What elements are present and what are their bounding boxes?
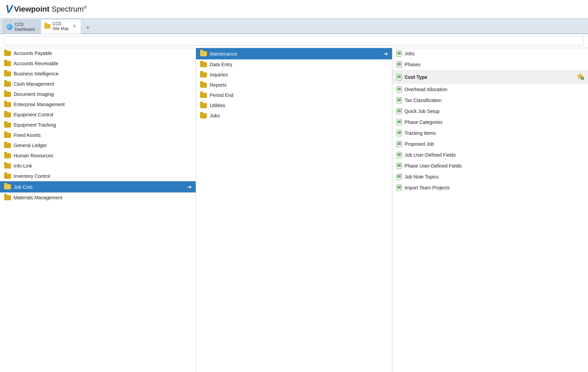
- tab-ccd-sitemap[interactable]: CCD Site Map ✕: [41, 19, 81, 34]
- item-label-business-intelligence: Business Intelligence: [14, 71, 59, 76]
- list-item-tax-classification[interactable]: Tax Classification: [392, 95, 588, 106]
- item-label-materials-management: Materials Management: [14, 195, 62, 200]
- arrow-icon: ➔: [187, 184, 192, 190]
- item-label-phase-user-defined-fields: Phase User-Defined Fields: [405, 163, 462, 169]
- list-item-general-ledger[interactable]: General Ledger: [0, 140, 196, 151]
- folder-icon: [44, 24, 51, 29]
- folder-icon: [200, 113, 207, 118]
- tabs-bar: CCD Dashboard CCD Site Map ✕ +: [0, 19, 588, 34]
- doc-icon: [396, 163, 402, 169]
- column-right: JobsPhasesCost Type+Overhead AllocationT…: [392, 48, 588, 372]
- list-item-tracking-items[interactable]: Tracking Items: [392, 128, 588, 139]
- folder-icon: [4, 143, 11, 148]
- folder-icon: [4, 51, 11, 56]
- list-item-document-imaging[interactable]: Document Imaging: [0, 89, 196, 99]
- item-label-jobs: Jobs: [210, 113, 220, 118]
- tab-close-icon[interactable]: ✕: [73, 24, 76, 29]
- item-label-human-resources: Human Resources: [14, 153, 53, 158]
- list-item-quick-job-setup[interactable]: Quick Job Setup: [392, 106, 588, 117]
- list-item-utilities[interactable]: Utilities: [196, 100, 392, 111]
- search-bar: [0, 34, 588, 48]
- list-item-cash-management[interactable]: Cash Management: [0, 79, 196, 89]
- item-label-tax-classification: Tax Classification: [405, 98, 442, 103]
- item-label-tracking-items: Tracking Items: [405, 130, 436, 136]
- item-label-inventory-control: Inventory Control: [14, 173, 50, 179]
- folder-icon: [4, 184, 11, 189]
- item-label-utilities: Utilities: [210, 103, 225, 108]
- list-item-import-team-projects[interactable]: Import Team Projects: [392, 182, 588, 193]
- list-item-phase-categories[interactable]: Phase Categories: [392, 117, 588, 128]
- folder-icon: [4, 133, 11, 138]
- list-item-proposed-job[interactable]: Proposed Job: [392, 139, 588, 149]
- list-item-fixed-assets[interactable]: Fixed Assets: [0, 130, 196, 140]
- item-label-reports: Reports: [210, 82, 226, 88]
- item-label-phase-categories: Phase Categories: [405, 119, 443, 125]
- list-item-business-intelligence[interactable]: Business Intelligence: [0, 69, 196, 79]
- item-label-quick-job-setup: Quick Job Setup: [405, 109, 440, 114]
- folder-icon: [200, 62, 207, 67]
- doc-icon: [396, 174, 402, 180]
- app-header: V Viewpoint Spectrum®: [0, 0, 588, 19]
- list-item-job-user-defined-fields[interactable]: Job User-Defined Fields: [392, 149, 588, 160]
- item-label-jobs-item: Jobs: [405, 51, 415, 56]
- item-label-cash-management: Cash Management: [14, 81, 54, 87]
- svg-text:+: +: [582, 77, 583, 80]
- search-input[interactable]: [4, 36, 584, 46]
- list-item-overhead-allocation[interactable]: Overhead Allocation: [392, 84, 588, 95]
- doc-icon: [396, 61, 402, 68]
- tab-ccd-dashboard[interactable]: CCD Dashboard: [3, 20, 40, 34]
- list-item-jobs-item[interactable]: Jobs: [392, 48, 588, 59]
- folder-icon: [4, 123, 11, 128]
- list-item-phase-user-defined-fields[interactable]: Phase User-Defined Fields: [392, 160, 588, 171]
- list-item-accounts-receivable[interactable]: Accounts Receivable: [0, 58, 196, 69]
- list-item-job-cost[interactable]: Job Cost➔: [0, 181, 196, 192]
- list-item-human-resources[interactable]: Human Resources: [0, 151, 196, 161]
- folder-icon: [200, 103, 207, 108]
- list-item-info-link[interactable]: Info-Link: [0, 161, 196, 171]
- item-label-equipment-control: Equipment Control: [14, 112, 53, 117]
- list-item-jobs[interactable]: Jobs: [196, 111, 392, 121]
- folder-icon: [4, 163, 11, 169]
- item-label-equipment-tracking: Equipment Tracking: [14, 122, 56, 128]
- list-item-phases[interactable]: Phases: [392, 59, 588, 70]
- list-item-job-note-topics[interactable]: Job Note Topics: [392, 171, 588, 182]
- star-badge-icon: +: [576, 72, 584, 82]
- list-item-accounts-payable[interactable]: Accounts Payable: [0, 48, 196, 58]
- item-label-period-end: Period End: [210, 92, 233, 98]
- item-label-general-ledger: General Ledger: [14, 143, 47, 148]
- list-item-enterprise-management[interactable]: Enterprise Management: [0, 99, 196, 110]
- list-item-equipment-control[interactable]: Equipment Control: [0, 110, 196, 120]
- arrow-icon: ➔: [383, 51, 388, 57]
- folder-icon: [4, 71, 11, 76]
- item-label-cost-type: Cost Type: [405, 74, 428, 80]
- app-logo: Viewpoint Spectrum®: [14, 5, 87, 14]
- list-item-maintenance[interactable]: Maintenance➔: [196, 48, 392, 59]
- column-middle: Maintenance➔Data EntryInquiriesReportsPe…: [196, 48, 392, 372]
- list-item-equipment-tracking[interactable]: Equipment Tracking: [0, 120, 196, 130]
- doc-icon: [396, 141, 402, 147]
- item-label-accounts-receivable: Accounts Receivable: [14, 61, 58, 66]
- item-label-data-entry: Data Entry: [210, 62, 232, 67]
- list-item-reports[interactable]: Reports: [196, 80, 392, 90]
- list-item-cost-type[interactable]: Cost Type+: [392, 70, 588, 84]
- list-item-materials-management[interactable]: Materials Management: [0, 192, 196, 203]
- doc-icon: [396, 74, 402, 80]
- list-item-data-entry[interactable]: Data Entry: [196, 59, 392, 70]
- folder-icon: [4, 174, 11, 179]
- folder-icon: [200, 93, 207, 98]
- doc-icon: [396, 86, 402, 92]
- item-label-enterprise-management: Enterprise Management: [14, 102, 65, 107]
- item-label-fixed-assets: Fixed Assets: [14, 132, 41, 138]
- tab-add-button[interactable]: +: [82, 22, 94, 33]
- list-item-inquiries[interactable]: Inquiries: [196, 70, 392, 80]
- folder-icon: [4, 61, 11, 66]
- globe-icon: [6, 24, 13, 30]
- folder-icon: [4, 92, 11, 97]
- folder-icon: [4, 195, 11, 200]
- list-item-inventory-control[interactable]: Inventory Control: [0, 171, 196, 181]
- list-item-period-end[interactable]: Period End: [196, 90, 392, 100]
- doc-icon: [396, 130, 402, 136]
- item-label-job-note-topics: Job Note Topics: [405, 174, 438, 180]
- doc-icon: [396, 51, 402, 57]
- main-content: Accounts PayableAccounts ReceivableBusin…: [0, 48, 588, 372]
